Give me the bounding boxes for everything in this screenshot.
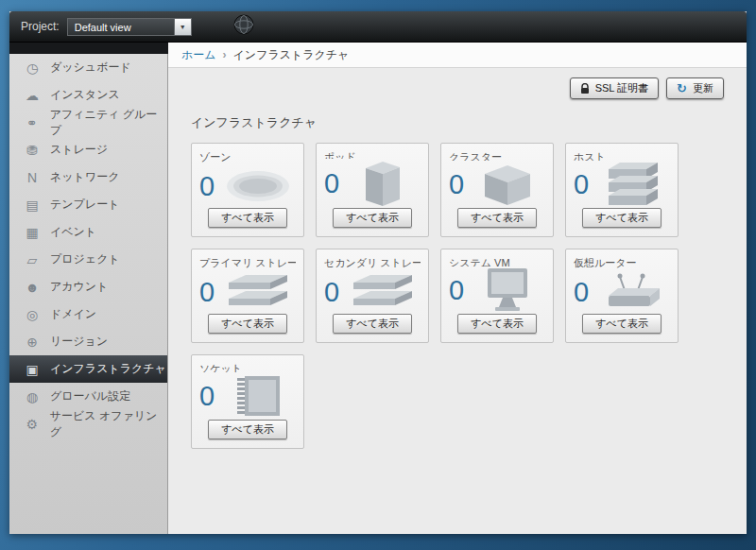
- network-icon: N: [23, 170, 42, 185]
- socket-card: ソケット 0: [191, 354, 304, 449]
- sidebar-item-label: テンプレート: [50, 197, 119, 213]
- zone-card-title: ゾーン: [199, 150, 296, 164]
- sidebar-item-label: ネットワーク: [50, 169, 119, 185]
- project-select[interactable]: Default view ▼: [67, 18, 192, 36]
- refresh-button[interactable]: ↻ 更新: [666, 77, 724, 99]
- system-vm-count: 0: [449, 275, 470, 306]
- virtual-router-card-title: 仮想ルーター: [574, 256, 670, 270]
- sidebar-item-label: アカウント: [50, 279, 108, 295]
- cluster-count: 0: [449, 169, 470, 200]
- system-vm-icon: [483, 266, 532, 314]
- sidebar-item-projects[interactable]: ▱ プロジェクト: [9, 246, 167, 273]
- content-area: ホーム › インフラストラクチャ SSL 証明書: [168, 43, 747, 534]
- virtual-router-card: 仮想ルーター 0: [565, 249, 679, 343]
- desktop-background: Project: Default view ▼ ◷ ダッシュボード: [0, 0, 756, 550]
- cluster-card: クラスター 0: [440, 143, 554, 237]
- sidebar-item-service-offerings[interactable]: ⚙ サービス オファリング: [9, 410, 167, 438]
- sidebar-item-instances[interactable]: ☁ インスタンス: [9, 81, 167, 109]
- pod-view-all-button[interactable]: すべて表示: [333, 208, 412, 228]
- breadcrumb-home-link[interactable]: ホーム: [181, 47, 216, 63]
- refresh-icon: ↻: [677, 82, 687, 95]
- sidebar-item-regions[interactable]: ⊕ リージョン: [9, 328, 167, 355]
- sidebar-item-label: サービス オファリング: [50, 408, 167, 440]
- zone-card: ゾーン 0: [191, 143, 304, 237]
- primary-storage-count: 0: [199, 277, 220, 308]
- top-bar: Project: Default view ▼: [9, 11, 747, 43]
- ssl-certificate-button[interactable]: SSL 証明書: [570, 77, 659, 99]
- socket-view-all-button[interactable]: すべて表示: [208, 420, 287, 439]
- toolbar: SSL 証明書 ↻ 更新: [191, 77, 724, 99]
- secondary-storage-card-title: セカンダリ ストレージ: [324, 256, 421, 270]
- sidebar-item-label: リージョン: [50, 334, 108, 350]
- system-vm-card-title: システム VM: [449, 256, 545, 266]
- sidebar-item-affinity-groups[interactable]: ⚭ アフィニティ グループ: [9, 109, 167, 136]
- service-offerings-icon: ⚙: [23, 417, 42, 432]
- primary-storage-view-all-button[interactable]: すべて表示: [208, 314, 287, 334]
- chevron-down-icon: ▼: [174, 18, 192, 36]
- sidebar-item-label: ストレージ: [50, 142, 108, 158]
- sidebar-item-templates[interactable]: ▤ テンプレート: [9, 191, 167, 218]
- sidebar-item-label: イベント: [50, 224, 96, 240]
- sidebar-item-dashboard[interactable]: ◷ ダッシュボード: [9, 54, 167, 81]
- pod-card-title: ポッド: [324, 150, 421, 159]
- storage-icon: ⛃: [23, 143, 42, 158]
- sidebar-item-label: プロジェクト: [50, 251, 120, 267]
- domains-icon: ◎: [23, 307, 42, 322]
- main-row: ◷ ダッシュボード ☁ インスタンス ⚭ アフィニティ グループ ⛃ ストレージ: [9, 43, 747, 534]
- sidebar-item-domains[interactable]: ◎ ドメイン: [9, 301, 167, 328]
- content-body: SSL 証明書 ↻ 更新 インフラストラクチャ ゾーン: [168, 68, 747, 534]
- host-count: 0: [574, 169, 594, 200]
- project-label: Project:: [21, 20, 60, 33]
- virtual-router-icon: [601, 271, 663, 313]
- refresh-label: 更新: [693, 81, 713, 95]
- secondary-storage-view-all-button[interactable]: すべて表示: [333, 314, 412, 334]
- sidebar-item-label: アフィニティ グループ: [50, 107, 167, 139]
- pod-count: 0: [324, 168, 345, 199]
- sidebar-item-label: ドメイン: [50, 306, 96, 322]
- host-icon: [603, 161, 662, 208]
- sidebar-item-network[interactable]: N ネットワーク: [9, 163, 167, 191]
- globe-logo-icon: [233, 14, 254, 39]
- affinity-groups-icon: ⚭: [23, 115, 42, 130]
- accounts-icon: ☻: [23, 280, 42, 295]
- sidebar-item-accounts[interactable]: ☻ アカウント: [9, 273, 167, 301]
- host-card: ホスト 0: [565, 143, 679, 237]
- system-vm-view-all-button[interactable]: すべて表示: [457, 314, 537, 334]
- projects-icon: ▱: [23, 252, 42, 267]
- primary-storage-card: プライマリ ストレージ 0: [191, 249, 304, 343]
- pod-card: ポッド 0: [316, 143, 429, 237]
- host-card-title: ホスト: [574, 150, 670, 161]
- sidebar-item-global-settings[interactable]: ◍ グローバル設定: [9, 383, 167, 410]
- virtual-router-view-all-button[interactable]: すべて表示: [582, 314, 662, 334]
- primary-storage-icon: [225, 271, 291, 313]
- breadcrumb: ホーム › インフラストラクチャ: [168, 43, 747, 68]
- secondary-storage-icon: [350, 271, 416, 313]
- sidebar-item-infrastructure[interactable]: ▣ インフラストラクチャ: [9, 355, 167, 383]
- sidebar: ◷ ダッシュボード ☁ インスタンス ⚭ アフィニティ グループ ⛃ ストレージ: [9, 54, 168, 534]
- socket-count: 0: [199, 381, 220, 412]
- instances-icon: ☁: [23, 88, 42, 103]
- sidebar-item-label: インフラストラクチャ: [50, 361, 166, 377]
- breadcrumb-current: インフラストラクチャ: [233, 47, 350, 63]
- sidebar-item-label: インスタンス: [50, 87, 120, 103]
- primary-storage-card-title: プライマリ ストレージ: [199, 256, 296, 270]
- infrastructure-icon: ▣: [23, 362, 42, 377]
- zone-view-all-button[interactable]: すべて表示: [208, 208, 287, 228]
- sidebar-item-events[interactable]: ▦ イベント: [9, 218, 167, 246]
- ssl-certificate-label: SSL 証明書: [595, 81, 648, 95]
- host-view-all-button[interactable]: すべて表示: [582, 208, 662, 228]
- sidebar-item-storage[interactable]: ⛃ ストレージ: [9, 136, 167, 163]
- secondary-storage-count: 0: [324, 277, 345, 308]
- page-title: インフラストラクチャ: [191, 114, 724, 131]
- templates-icon: ▤: [23, 198, 42, 213]
- cluster-card-title: クラスター: [449, 150, 545, 161]
- dashboard-icon: ◷: [23, 60, 42, 76]
- cluster-view-all-button[interactable]: すべて表示: [457, 208, 537, 228]
- events-icon: ▦: [23, 225, 42, 240]
- global-settings-icon: ◍: [23, 389, 42, 404]
- breadcrumb-separator-icon: ›: [223, 48, 227, 61]
- socket-icon: [232, 372, 284, 420]
- infrastructure-cards-grid: ゾーン 0: [191, 143, 682, 449]
- zone-icon: [224, 166, 292, 206]
- sidebar-wrap: ◷ ダッシュボード ☁ インスタンス ⚭ アフィニティ グループ ⛃ ストレージ: [9, 43, 168, 534]
